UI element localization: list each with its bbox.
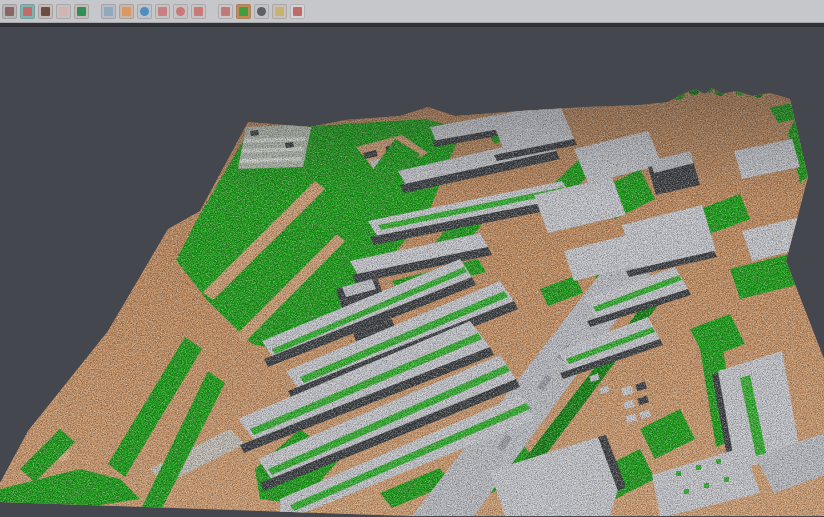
classification-map-icon-glyph xyxy=(239,7,248,16)
globe-icon-glyph xyxy=(140,7,149,16)
toolbar xyxy=(0,0,824,23)
viewport-frame-strip xyxy=(0,23,824,27)
table-tan-icon[interactable] xyxy=(272,4,287,19)
panel-blue-icon[interactable] xyxy=(101,4,116,19)
points-pink-icon[interactable] xyxy=(56,4,71,19)
ring-red-icon[interactable] xyxy=(173,4,188,19)
sphere-dark-icon[interactable] xyxy=(254,4,269,19)
points-pink-icon-glyph xyxy=(59,7,68,16)
viewport-3d[interactable] xyxy=(0,23,824,516)
toolbar-separator xyxy=(92,4,98,19)
classification-map-icon[interactable] xyxy=(236,4,251,19)
ring-red-icon-glyph xyxy=(176,7,185,16)
bar-red-icon-glyph xyxy=(293,7,302,16)
point-cloud-icon-glyph xyxy=(23,7,32,16)
terrain-green-icon[interactable] xyxy=(74,4,89,19)
toolbar-icons xyxy=(2,4,305,19)
crop-red-icon-glyph xyxy=(194,7,203,16)
point-cloud-icon[interactable] xyxy=(20,4,35,19)
dataset-grid-icon[interactable] xyxy=(2,4,17,19)
dataset-grid-icon-glyph xyxy=(5,7,14,16)
terrain-brown-icon[interactable] xyxy=(38,4,53,19)
bar-red-icon[interactable] xyxy=(290,4,305,19)
toolbar-separator xyxy=(209,4,215,19)
ortho-orange-icon-glyph xyxy=(122,7,131,16)
panel-blue-icon-glyph xyxy=(104,7,113,16)
far-shade xyxy=(0,79,824,199)
grid-red-icon[interactable] xyxy=(218,4,233,19)
layers-red-icon-glyph xyxy=(158,7,167,16)
table-tan-icon-glyph xyxy=(275,7,284,16)
scene-canvas xyxy=(0,23,824,516)
grid-red-icon-glyph xyxy=(221,7,230,16)
layers-red-icon[interactable] xyxy=(155,4,170,19)
sphere-dark-icon-glyph xyxy=(257,7,266,16)
terrain-brown-icon-glyph xyxy=(41,7,50,16)
ortho-orange-icon[interactable] xyxy=(119,4,134,19)
globe-icon[interactable] xyxy=(137,4,152,19)
terrain-green-icon-glyph xyxy=(77,7,86,16)
crop-red-icon[interactable] xyxy=(191,4,206,19)
